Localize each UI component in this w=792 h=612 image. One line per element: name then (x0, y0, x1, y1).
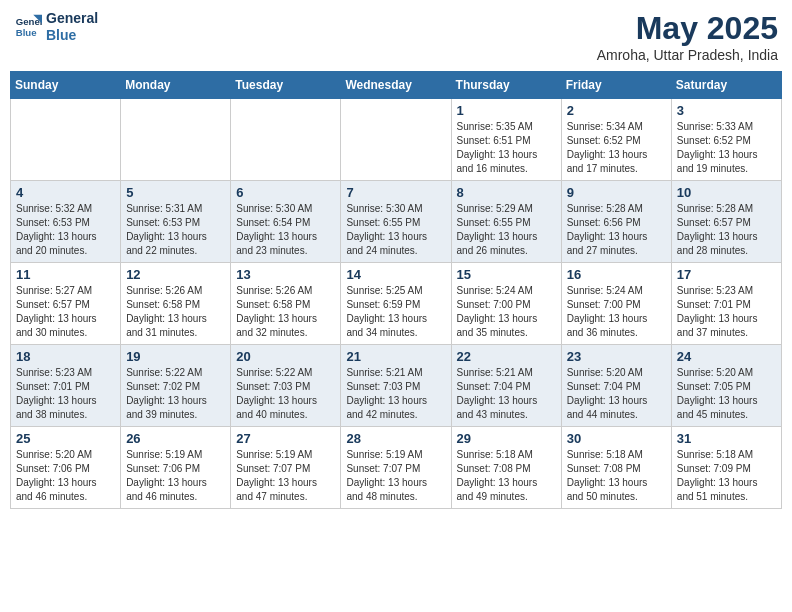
day-info: Sunrise: 5:22 AM Sunset: 7:03 PM Dayligh… (236, 366, 335, 422)
day-number: 1 (457, 103, 556, 118)
day-info: Sunrise: 5:20 AM Sunset: 7:05 PM Dayligh… (677, 366, 776, 422)
day-info: Sunrise: 5:24 AM Sunset: 7:00 PM Dayligh… (567, 284, 666, 340)
day-number: 9 (567, 185, 666, 200)
calendar-week-row: 4Sunrise: 5:32 AM Sunset: 6:53 PM Daylig… (11, 181, 782, 263)
table-row: 29Sunrise: 5:18 AM Sunset: 7:08 PM Dayli… (451, 427, 561, 509)
day-info: Sunrise: 5:20 AM Sunset: 7:06 PM Dayligh… (16, 448, 115, 504)
calendar-week-row: 18Sunrise: 5:23 AM Sunset: 7:01 PM Dayli… (11, 345, 782, 427)
title-block: May 2025 Amroha, Uttar Pradesh, India (597, 10, 778, 63)
day-number: 29 (457, 431, 556, 446)
table-row: 13Sunrise: 5:26 AM Sunset: 6:58 PM Dayli… (231, 263, 341, 345)
day-number: 6 (236, 185, 335, 200)
table-row: 27Sunrise: 5:19 AM Sunset: 7:07 PM Dayli… (231, 427, 341, 509)
day-number: 27 (236, 431, 335, 446)
table-row (11, 99, 121, 181)
col-friday: Friday (561, 72, 671, 99)
table-row: 7Sunrise: 5:30 AM Sunset: 6:55 PM Daylig… (341, 181, 451, 263)
table-row (121, 99, 231, 181)
table-row: 20Sunrise: 5:22 AM Sunset: 7:03 PM Dayli… (231, 345, 341, 427)
table-row (341, 99, 451, 181)
table-row: 15Sunrise: 5:24 AM Sunset: 7:00 PM Dayli… (451, 263, 561, 345)
table-row (231, 99, 341, 181)
table-row: 25Sunrise: 5:20 AM Sunset: 7:06 PM Dayli… (11, 427, 121, 509)
col-monday: Monday (121, 72, 231, 99)
logo-icon: General Blue (14, 13, 42, 41)
day-number: 10 (677, 185, 776, 200)
day-info: Sunrise: 5:25 AM Sunset: 6:59 PM Dayligh… (346, 284, 445, 340)
calendar-week-row: 25Sunrise: 5:20 AM Sunset: 7:06 PM Dayli… (11, 427, 782, 509)
logo-line1: General (46, 10, 98, 27)
day-number: 19 (126, 349, 225, 364)
table-row: 16Sunrise: 5:24 AM Sunset: 7:00 PM Dayli… (561, 263, 671, 345)
day-info: Sunrise: 5:30 AM Sunset: 6:54 PM Dayligh… (236, 202, 335, 258)
table-row: 21Sunrise: 5:21 AM Sunset: 7:03 PM Dayli… (341, 345, 451, 427)
day-number: 11 (16, 267, 115, 282)
day-info: Sunrise: 5:27 AM Sunset: 6:57 PM Dayligh… (16, 284, 115, 340)
day-number: 22 (457, 349, 556, 364)
day-number: 30 (567, 431, 666, 446)
col-thursday: Thursday (451, 72, 561, 99)
table-row: 3Sunrise: 5:33 AM Sunset: 6:52 PM Daylig… (671, 99, 781, 181)
day-info: Sunrise: 5:21 AM Sunset: 7:03 PM Dayligh… (346, 366, 445, 422)
day-info: Sunrise: 5:24 AM Sunset: 7:00 PM Dayligh… (457, 284, 556, 340)
table-row: 9Sunrise: 5:28 AM Sunset: 6:56 PM Daylig… (561, 181, 671, 263)
day-number: 20 (236, 349, 335, 364)
day-number: 28 (346, 431, 445, 446)
day-number: 24 (677, 349, 776, 364)
table-row: 19Sunrise: 5:22 AM Sunset: 7:02 PM Dayli… (121, 345, 231, 427)
table-row: 14Sunrise: 5:25 AM Sunset: 6:59 PM Dayli… (341, 263, 451, 345)
table-row: 18Sunrise: 5:23 AM Sunset: 7:01 PM Dayli… (11, 345, 121, 427)
day-info: Sunrise: 5:33 AM Sunset: 6:52 PM Dayligh… (677, 120, 776, 176)
day-info: Sunrise: 5:23 AM Sunset: 7:01 PM Dayligh… (16, 366, 115, 422)
table-row: 17Sunrise: 5:23 AM Sunset: 7:01 PM Dayli… (671, 263, 781, 345)
day-info: Sunrise: 5:21 AM Sunset: 7:04 PM Dayligh… (457, 366, 556, 422)
day-info: Sunrise: 5:29 AM Sunset: 6:55 PM Dayligh… (457, 202, 556, 258)
day-number: 14 (346, 267, 445, 282)
logo: General Blue General Blue (14, 10, 98, 44)
day-number: 31 (677, 431, 776, 446)
day-number: 25 (16, 431, 115, 446)
table-row: 30Sunrise: 5:18 AM Sunset: 7:08 PM Dayli… (561, 427, 671, 509)
table-row: 2Sunrise: 5:34 AM Sunset: 6:52 PM Daylig… (561, 99, 671, 181)
page-header: General Blue General Blue May 2025 Amroh… (10, 10, 782, 63)
day-info: Sunrise: 5:18 AM Sunset: 7:08 PM Dayligh… (567, 448, 666, 504)
day-info: Sunrise: 5:35 AM Sunset: 6:51 PM Dayligh… (457, 120, 556, 176)
day-info: Sunrise: 5:28 AM Sunset: 6:57 PM Dayligh… (677, 202, 776, 258)
table-row: 1Sunrise: 5:35 AM Sunset: 6:51 PM Daylig… (451, 99, 561, 181)
location: Amroha, Uttar Pradesh, India (597, 47, 778, 63)
day-info: Sunrise: 5:19 AM Sunset: 7:07 PM Dayligh… (346, 448, 445, 504)
col-sunday: Sunday (11, 72, 121, 99)
table-row: 24Sunrise: 5:20 AM Sunset: 7:05 PM Dayli… (671, 345, 781, 427)
table-row: 8Sunrise: 5:29 AM Sunset: 6:55 PM Daylig… (451, 181, 561, 263)
calendar-week-row: 11Sunrise: 5:27 AM Sunset: 6:57 PM Dayli… (11, 263, 782, 345)
table-row: 4Sunrise: 5:32 AM Sunset: 6:53 PM Daylig… (11, 181, 121, 263)
day-number: 15 (457, 267, 556, 282)
table-row: 23Sunrise: 5:20 AM Sunset: 7:04 PM Dayli… (561, 345, 671, 427)
day-info: Sunrise: 5:31 AM Sunset: 6:53 PM Dayligh… (126, 202, 225, 258)
col-wednesday: Wednesday (341, 72, 451, 99)
day-number: 8 (457, 185, 556, 200)
table-row: 28Sunrise: 5:19 AM Sunset: 7:07 PM Dayli… (341, 427, 451, 509)
day-info: Sunrise: 5:22 AM Sunset: 7:02 PM Dayligh… (126, 366, 225, 422)
calendar-table: Sunday Monday Tuesday Wednesday Thursday… (10, 71, 782, 509)
day-number: 16 (567, 267, 666, 282)
month-title: May 2025 (597, 10, 778, 47)
day-info: Sunrise: 5:32 AM Sunset: 6:53 PM Dayligh… (16, 202, 115, 258)
day-info: Sunrise: 5:30 AM Sunset: 6:55 PM Dayligh… (346, 202, 445, 258)
day-info: Sunrise: 5:18 AM Sunset: 7:08 PM Dayligh… (457, 448, 556, 504)
svg-text:Blue: Blue (16, 27, 37, 38)
table-row: 11Sunrise: 5:27 AM Sunset: 6:57 PM Dayli… (11, 263, 121, 345)
day-number: 13 (236, 267, 335, 282)
day-info: Sunrise: 5:23 AM Sunset: 7:01 PM Dayligh… (677, 284, 776, 340)
col-tuesday: Tuesday (231, 72, 341, 99)
table-row: 10Sunrise: 5:28 AM Sunset: 6:57 PM Dayli… (671, 181, 781, 263)
day-number: 3 (677, 103, 776, 118)
col-saturday: Saturday (671, 72, 781, 99)
day-number: 17 (677, 267, 776, 282)
day-number: 26 (126, 431, 225, 446)
table-row: 22Sunrise: 5:21 AM Sunset: 7:04 PM Dayli… (451, 345, 561, 427)
day-number: 4 (16, 185, 115, 200)
day-number: 12 (126, 267, 225, 282)
day-number: 18 (16, 349, 115, 364)
day-number: 23 (567, 349, 666, 364)
